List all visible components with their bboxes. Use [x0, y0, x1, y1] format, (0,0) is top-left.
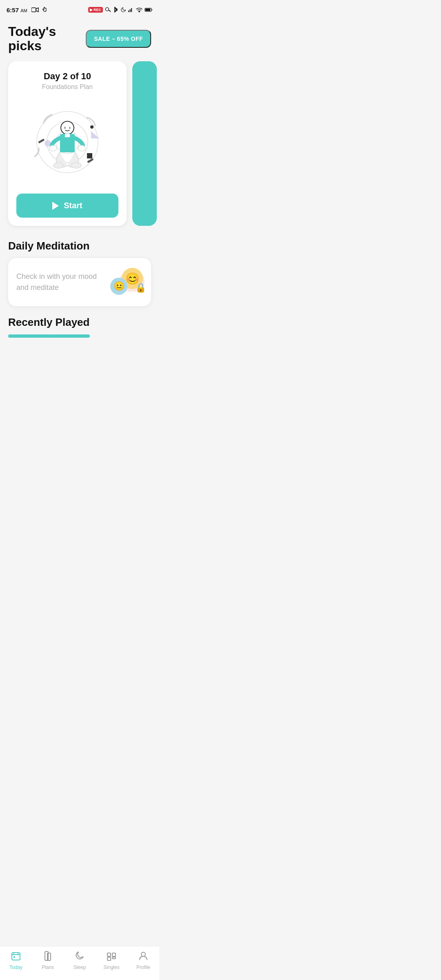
svg-rect-8	[145, 9, 150, 11]
time-value: 6:57	[7, 7, 19, 13]
svg-marker-16	[91, 131, 99, 138]
main-content: Today's picks SALE – 65% OFF Day 2 of 10…	[0, 18, 159, 407]
meditation-illustration	[16, 97, 118, 187]
start-button[interactable]: Start	[16, 194, 118, 218]
video-icon	[31, 7, 39, 12]
lock-icon: 🔒	[135, 283, 146, 293]
recently-played-header: Recently Played	[8, 316, 151, 329]
svg-point-2	[105, 8, 109, 11]
cards-scroll: Day 2 of 10 Foundations Plan	[0, 61, 159, 230]
key-icon	[105, 7, 111, 13]
plan-card: Day 2 of 10 Foundations Plan	[8, 61, 127, 226]
daily-med-description: Check in with your mood and meditate	[16, 271, 102, 293]
sale-button[interactable]: SALE – 65% OFF	[86, 30, 151, 48]
status-left: 6:57 AM	[7, 7, 48, 13]
signal-icon	[128, 7, 134, 12]
second-card-partial	[132, 61, 157, 226]
status-right: ▶REC	[88, 7, 153, 13]
plan-name: Foundations Plan	[16, 83, 118, 91]
status-bar: 6:57 AM ▶REC	[0, 0, 159, 18]
daily-meditation-header: Daily Meditation	[8, 240, 151, 252]
svg-point-23	[71, 163, 81, 168]
svg-rect-0	[31, 8, 36, 12]
svg-marker-1	[36, 8, 38, 12]
meditating-figure-svg	[27, 99, 108, 185]
bluetooth-icon	[114, 7, 118, 13]
mood-icons-container: 😊 😐 🔒	[110, 268, 143, 296]
start-button-label: Start	[64, 201, 82, 210]
header-row: Today's picks SALE – 65% OFF	[8, 24, 151, 53]
day-label: Day 2 of 10	[16, 71, 118, 82]
page-title: Today's picks	[8, 24, 86, 53]
svg-point-25	[78, 145, 85, 151]
svg-point-24	[49, 145, 57, 151]
svg-point-6	[139, 11, 140, 12]
svg-rect-21	[65, 134, 70, 137]
svg-rect-12	[38, 139, 45, 144]
svg-point-18	[61, 121, 74, 134]
recently-played-bar	[8, 334, 90, 338]
wifi-icon	[136, 7, 143, 12]
svg-rect-15	[87, 153, 92, 158]
svg-rect-5	[131, 8, 132, 12]
mood-neutral-icon: 😐	[110, 278, 127, 295]
daily-meditation-card[interactable]: Check in with your mood and meditate 😊 😐…	[8, 258, 151, 306]
hand-icon	[41, 7, 48, 13]
ampm-value: AM	[20, 8, 27, 13]
rec-badge: ▶REC	[88, 7, 103, 13]
battery-icon	[145, 7, 153, 12]
svg-rect-4	[130, 9, 131, 12]
svg-rect-3	[128, 10, 129, 12]
svg-point-17	[90, 125, 94, 129]
svg-point-22	[53, 163, 63, 168]
play-icon	[52, 202, 59, 210]
moon-icon	[120, 7, 126, 13]
status-time: 6:57 AM	[7, 7, 27, 13]
